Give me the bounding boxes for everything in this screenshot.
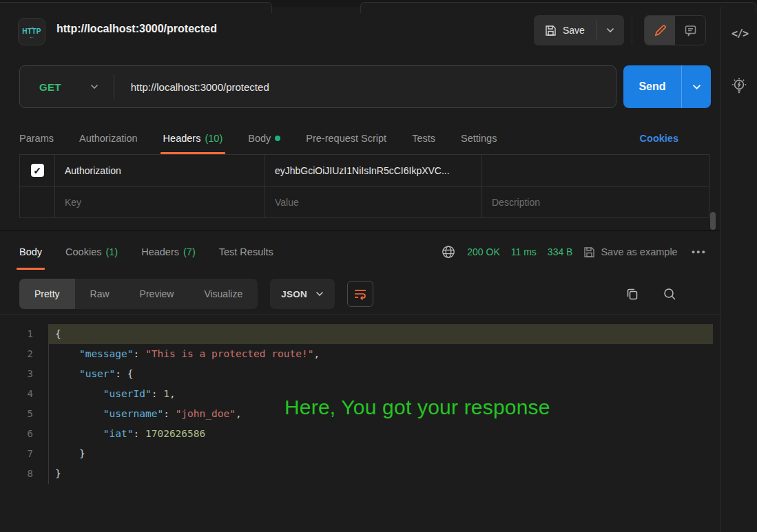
chevron-down-icon — [315, 291, 324, 297]
edit-button[interactable] — [645, 16, 675, 45]
chevron-down-icon — [692, 84, 701, 90]
floppy-icon — [583, 246, 595, 258]
response-toolbar-right — [625, 274, 677, 314]
view-visualize[interactable]: Visualize — [189, 279, 258, 309]
response-tab-headers[interactable]: Headers(7) — [138, 234, 198, 270]
comments-button[interactable] — [675, 16, 705, 45]
network-globe-icon[interactable] — [441, 244, 456, 259]
view-raw[interactable]: Raw — [75, 279, 125, 309]
response-tab-cookies[interactable]: Cookies(1) — [63, 234, 121, 270]
table-row: ✓ Authorization eyJhbGciOiJIUzI1NiIsInR5… — [19, 155, 709, 187]
response-body-viewer[interactable]: 1{2 "message": "This is a protected rout… — [0, 314, 720, 532]
code-line[interactable]: 8} — [0, 464, 720, 484]
code-text: { — [48, 324, 713, 344]
view-preview[interactable]: Preview — [125, 279, 189, 309]
checkbox-cell — [19, 187, 55, 218]
save-options-caret[interactable] — [597, 15, 624, 45]
http-request-icon: → HTTP ← — [18, 18, 45, 45]
main-content: → HTTP ← http://localhost:3000/protected… — [0, 7, 720, 532]
headers-table: ✓ Authorization eyJhbGciOiJIUzI1NiIsInR5… — [19, 154, 709, 218]
wrap-lines-button[interactable] — [347, 281, 373, 307]
save-button-group: Save — [534, 15, 624, 45]
copy-icon — [625, 287, 639, 301]
response-tabs: Body Cookies(1) Headers(7) Test Results … — [0, 234, 720, 270]
tab-pre-request-script[interactable]: Pre-request Script — [303, 123, 389, 154]
tab-tests[interactable]: Tests — [409, 123, 438, 154]
workspace-tab-strip — [0, 0, 757, 7]
description-placeholder-cell[interactable]: Description — [482, 187, 709, 218]
code-text: "user": { — [48, 364, 713, 384]
header-value-cell[interactable]: eyJhbGciOiJIUzI1NiIsInR5cCI6IkpXVC... — [265, 155, 482, 187]
header-description-cell[interactable] — [482, 155, 709, 187]
format-dropdown[interactable]: JSON — [270, 279, 335, 309]
request-response-divider[interactable] — [0, 230, 720, 231]
status-badge[interactable]: 200 OK — [467, 246, 499, 257]
response-toolbar: Pretty Raw Preview Visualize JSON — [0, 274, 720, 314]
request-title: http://localhost:3000/protected — [56, 23, 217, 35]
chevron-down-icon — [90, 84, 98, 89]
line-number: 2 — [0, 344, 48, 364]
more-options-icon[interactable]: ●●● — [689, 246, 709, 258]
tab-body[interactable]: Body — [245, 123, 283, 154]
code-line[interactable]: 6 "iat": 1702626586 — [0, 424, 720, 444]
send-options-caret[interactable] — [682, 65, 711, 108]
code-snippet-icon[interactable]: </> — [730, 28, 749, 40]
value-placeholder-cell[interactable]: Value — [265, 187, 482, 218]
tab-authorization[interactable]: Authorization — [76, 123, 141, 154]
send-button[interactable]: Send — [623, 65, 681, 108]
save-button[interactable]: Save — [534, 15, 596, 45]
annotation-text: Here, You got your response — [284, 396, 550, 419]
lightbulb-icon[interactable] — [730, 76, 749, 95]
floppy-icon — [545, 25, 557, 36]
code-text: "iat": 1702626586 — [48, 424, 713, 444]
response-meta: 200 OK 11 ms 334 B Save as example ●●● — [441, 234, 709, 270]
line-number: 5 — [0, 404, 48, 424]
line-number: 4 — [0, 384, 48, 404]
search-button[interactable] — [663, 287, 677, 301]
line-number: 7 — [0, 444, 48, 464]
wrap-text-icon — [353, 288, 367, 300]
edit-comment-group — [644, 15, 706, 45]
line-number: 1 — [0, 324, 48, 344]
cookies-link[interactable]: Cookies — [640, 123, 678, 154]
request-tabs: Params Authorization Headers(10) Body Pr… — [0, 123, 720, 154]
line-number: 6 — [0, 424, 48, 444]
url-input[interactable]: http://localhost:3000/protected — [114, 81, 616, 93]
key-placeholder-cell[interactable]: Key — [55, 187, 265, 218]
code-line[interactable]: 3 "user": { — [0, 364, 720, 384]
table-row-empty: Key Value Description — [19, 187, 709, 218]
code-line[interactable]: 7 } — [0, 444, 720, 464]
checkbox-cell: ✓ — [19, 155, 55, 187]
response-size[interactable]: 334 B — [548, 246, 573, 257]
copy-button[interactable] — [625, 287, 639, 301]
vertical-scrollbar-thumb[interactable] — [710, 212, 716, 230]
code-text: } — [48, 444, 713, 464]
view-mode-segmented-control: Pretty Raw Preview Visualize — [19, 279, 258, 309]
tab-params[interactable]: Params — [17, 123, 56, 154]
line-number: 3 — [0, 364, 48, 384]
body-modified-dot — [275, 136, 280, 141]
chevron-down-icon — [606, 28, 614, 33]
tab-headers[interactable]: Headers(10) — [160, 123, 226, 154]
arrow-left-icon: ← — [29, 35, 34, 39]
code-line[interactable]: 1{ — [0, 324, 720, 344]
response-tab-body[interactable]: Body — [17, 234, 45, 270]
save-button-label: Save — [563, 25, 585, 36]
header-key-cell[interactable]: Authorization — [55, 155, 265, 187]
code-text: } — [48, 464, 713, 484]
save-as-example-button[interactable]: Save as example — [583, 246, 677, 258]
response-time[interactable]: 11 ms — [511, 246, 537, 257]
method-label: GET — [39, 81, 61, 93]
response-tab-test-results[interactable]: Test Results — [216, 234, 276, 270]
search-icon — [663, 287, 677, 301]
header-enabled-checkbox[interactable]: ✓ — [31, 164, 44, 177]
view-pretty[interactable]: Pretty — [19, 279, 75, 309]
method-selector[interactable]: GET — [20, 81, 114, 93]
code-line[interactable]: 2 "message": "This is a protected route!… — [0, 344, 720, 364]
code-text: "message": "This is a protected route!", — [48, 344, 713, 364]
right-sidebar: </> — [720, 7, 757, 532]
toolbar-divider — [632, 17, 632, 44]
tab-settings[interactable]: Settings — [458, 123, 499, 154]
send-button-group: Send — [623, 65, 711, 108]
request-url-bar: GET http://localhost:3000/protected — [19, 65, 616, 108]
